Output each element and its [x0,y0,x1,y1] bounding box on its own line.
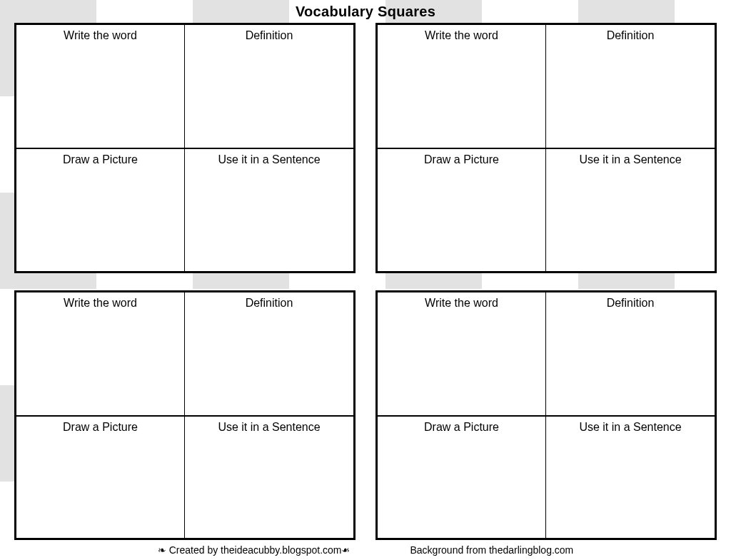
cell-draw-picture: Draw a Picture [16,148,185,270]
cell-definition: Definition [546,25,715,148]
cell-draw-picture: Draw a Picture [378,148,546,270]
cell-definition: Definition [546,292,715,415]
cell-use-sentence: Use it in a Sentence [185,148,353,270]
footer: Created by theideacubby.blogspot.com Bac… [14,540,717,556]
cell-write-word: Write the word [378,25,546,148]
cell-definition: Definition [185,292,353,415]
footer-background-from: Background from thedarlingblog.com [410,544,573,556]
cell-use-sentence: Use it in a Sentence [546,148,715,270]
cell-write-word: Write the word [16,292,185,415]
page-title: Vocabulary Squares [14,4,717,20]
cell-definition: Definition [185,25,353,148]
vocab-square: Write the word Definition Draw a Picture… [14,23,356,273]
cell-draw-picture: Draw a Picture [16,415,185,538]
cell-write-word: Write the word [16,25,185,148]
vocab-square: Write the word Definition Draw a Picture… [375,23,717,273]
worksheet-page: Vocabulary Squares Write the word Defini… [0,0,731,560]
vocab-grid: Write the word Definition Draw a Picture… [14,23,717,540]
cell-use-sentence: Use it in a Sentence [546,415,715,538]
footer-created-by: Created by theideacubby.blogspot.com [158,544,353,556]
cell-write-word: Write the word [378,292,546,415]
cell-draw-picture: Draw a Picture [378,415,546,538]
vocab-square: Write the word Definition Draw a Picture… [14,290,356,541]
vocab-square: Write the word Definition Draw a Picture… [375,290,717,541]
cell-use-sentence: Use it in a Sentence [185,415,353,538]
